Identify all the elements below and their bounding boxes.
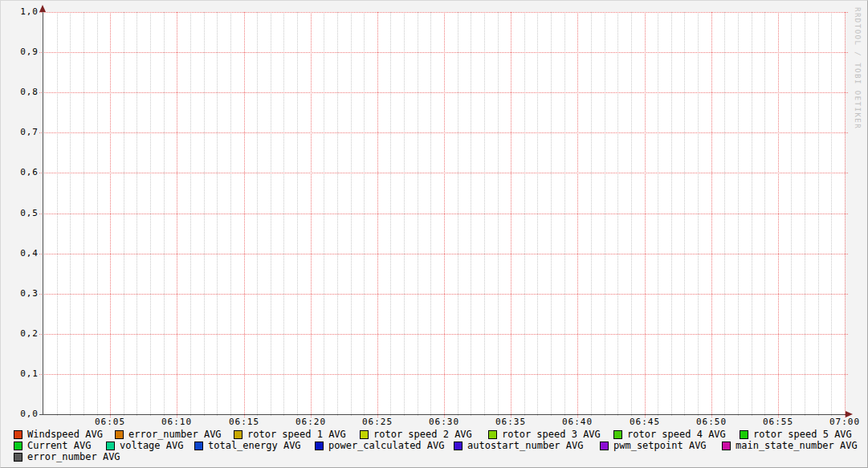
x-tick-label: 07:00 [825, 417, 864, 427]
legend-swatch-icon [14, 430, 22, 439]
x-tick-label: 06:15 [225, 417, 263, 427]
x-tick-label: 06:10 [157, 417, 196, 427]
y-tick-label: 0,0 [10, 409, 39, 419]
legend-swatch-icon [740, 430, 748, 439]
legend-label: Windspeed AVG [27, 429, 103, 440]
rrdtool-graph: 1,00,90,80,70,60,50,40,30,20,10,0 06:050… [0, 0, 868, 468]
legend-swatch-icon [115, 430, 124, 439]
x-tick-label: 06:25 [358, 417, 397, 427]
y-tick-label: 0,3 [10, 289, 39, 299]
legend-swatch-icon [360, 430, 369, 439]
legend-swatch-icon [722, 442, 731, 450]
x-axis-line [39, 414, 846, 415]
y-axis-line [43, 6, 43, 415]
legend-swatch-icon [613, 430, 622, 439]
y-tick-label: 0,4 [10, 249, 39, 258]
legend-swatch-icon [454, 442, 463, 450]
legend-label: rotor speed 3 AVG [502, 429, 601, 440]
legend-label: main_state_number AVG [736, 441, 858, 451]
legend-label: error_number AVG [128, 429, 222, 440]
x-tick-label: 06:35 [491, 417, 530, 427]
x-tick-label: 06:45 [626, 417, 664, 427]
y-axis-arrow-icon [39, 5, 46, 12]
x-tick-label: 06:20 [291, 417, 330, 427]
y-tick-label: 1,0 [10, 7, 39, 17]
x-tick-label: 06:30 [425, 417, 463, 427]
x-tick-label: 06:55 [759, 417, 797, 427]
legend-label: error_number AVG [27, 452, 120, 462]
legend-label: autostart_number AVG [467, 441, 584, 451]
legend-label: Current AVG [27, 441, 91, 451]
legend-label: total_energy AVG [208, 441, 301, 451]
y-tick-label: 0,6 [10, 168, 39, 177]
v-gridline-major [845, 12, 846, 417]
legend-label: voltage AVG [120, 441, 183, 451]
watermark: RRDTOOL / TOBI OETIKER [854, 7, 862, 129]
legend-swatch-icon [600, 442, 609, 450]
legend-swatch-icon [194, 442, 203, 450]
legend-swatch-icon [488, 430, 497, 439]
y-tick-label: 0,8 [10, 87, 39, 97]
legend-label: pwm_setpoint AVG [613, 441, 707, 451]
legend-swatch-icon [14, 442, 22, 450]
legend-swatch-icon [14, 453, 22, 462]
legend-label: rotor speed 1 AVG [247, 429, 346, 440]
x-tick-label: 06:50 [692, 417, 731, 427]
y-tick-label: 0,1 [10, 369, 39, 379]
x-tick-label: 06:40 [558, 417, 597, 427]
y-tick-label: 0,5 [10, 209, 39, 218]
y-tick-label: 0,2 [10, 329, 39, 339]
y-tick-label: 0,9 [10, 47, 39, 57]
legend-swatch-icon [315, 442, 324, 450]
legend-swatch-icon [106, 442, 115, 450]
legend-label: rotor speed 2 AVG [373, 429, 472, 440]
legend-label: rotor speed 5 AVG [753, 429, 852, 440]
x-tick-label: 06:05 [91, 417, 129, 427]
legend-label: power_calculated AVG [328, 441, 445, 451]
legend-swatch-icon [234, 430, 242, 439]
plot-area [43, 12, 845, 414]
y-tick-label: 0,7 [10, 128, 39, 137]
legend-label: rotor speed 4 AVG [627, 429, 726, 440]
